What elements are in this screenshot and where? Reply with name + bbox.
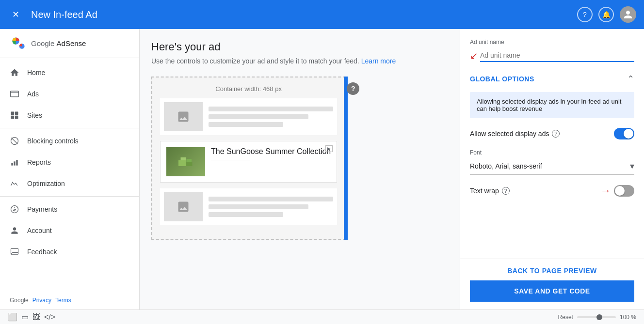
sidebar-footer: Google Privacy Terms <box>0 291 139 309</box>
ad-card-image-inner <box>166 147 205 176</box>
svg-rect-6 <box>15 116 18 119</box>
header-title: New In-feed Ad <box>31 9 577 20</box>
allow-display-ads-label: Allow selected display ads ? <box>470 130 560 138</box>
feed-line <box>209 197 333 201</box>
ad-badge: ▶ <box>325 145 333 152</box>
preview-width-slider[interactable] <box>344 77 348 240</box>
feed-placeholder-image-2 <box>164 192 203 221</box>
text-wrap-row: Text wrap ? → <box>470 185 634 197</box>
zoom-slider[interactable] <box>577 316 616 318</box>
right-panel: Ad unit name ↙ GLOBAL OPTIONS ⌃ Allowing… <box>460 29 644 309</box>
svg-rect-14 <box>178 160 186 166</box>
allow-display-ads-help[interactable]: ? <box>552 130 560 138</box>
sidebar-item-optimization[interactable]: Optimization <box>0 173 139 194</box>
global-options-collapse-button[interactable]: ⌃ <box>627 74 634 84</box>
reset-label[interactable]: Reset <box>558 314 573 321</box>
sidebar-logo: Google AdSense <box>0 29 139 58</box>
status-icon-4[interactable]: </> <box>44 313 55 322</box>
home-icon <box>10 68 19 77</box>
feed-placeholder-image-1 <box>164 102 203 131</box>
global-options-title: GLOBAL OPTIONS <box>470 75 534 83</box>
sidebar-item-sites[interactable]: Sites <box>0 105 139 126</box>
svg-rect-15 <box>181 157 186 160</box>
font-label: Font <box>470 149 634 156</box>
status-icon-1[interactable]: ⬜ <box>8 312 17 322</box>
feed-lines-1 <box>209 102 333 131</box>
sidebar-item-ads[interactable]: Ads <box>0 83 139 105</box>
feed-line <box>209 107 333 111</box>
ad-card: The SunGoose Summer Collection ▶ <box>160 141 337 183</box>
section-title: Here's your ad <box>151 41 448 53</box>
feed-item-2 <box>160 188 337 225</box>
logo-text: Google AdSense <box>31 39 86 47</box>
font-value: Roboto, Arial, sans-serif <box>470 162 542 170</box>
sidebar-item-reports[interactable]: Reports <box>0 152 139 173</box>
info-box: Allowing selected display ads in your In… <box>470 92 634 118</box>
svg-rect-3 <box>11 112 15 115</box>
font-section: Font Roboto, Arial, sans-serif ▾ <box>470 149 634 175</box>
ads-icon <box>10 89 19 99</box>
ad-preview-section: Here's your ad Use the controls to custo… <box>140 29 460 309</box>
ad-card-text: The SunGoose Summer Collection <box>211 147 331 176</box>
text-wrap-toggle[interactable] <box>614 185 634 197</box>
ad-card-title: The SunGoose Summer Collection <box>211 147 331 156</box>
learn-more-link[interactable]: Learn more <box>361 57 396 65</box>
sidebar-item-feedback[interactable]: Feedback <box>0 241 139 262</box>
feed-line <box>209 122 283 127</box>
svg-rect-2 <box>11 91 19 97</box>
toggle-thumb <box>624 129 633 139</box>
payments-icon <box>10 204 19 214</box>
reports-icon <box>10 157 19 167</box>
red-arrow-down: ↙ <box>470 50 478 62</box>
main-layout: Google AdSense Home Ads <box>0 29 644 309</box>
zoom-level: 100 % <box>620 314 636 321</box>
font-select-dropdown[interactable]: Roboto, Arial, sans-serif ▾ <box>470 158 634 175</box>
svg-rect-17 <box>187 159 192 162</box>
sites-icon <box>10 110 19 120</box>
global-options-header: GLOBAL OPTIONS ⌃ <box>470 74 634 84</box>
ad-card-image <box>166 147 205 176</box>
font-dropdown-arrow: ▾ <box>630 161 634 171</box>
right-panel-content: Ad unit name ↙ GLOBAL OPTIONS ⌃ Allowing… <box>460 29 644 259</box>
feed-line <box>209 212 283 217</box>
back-to-preview-button[interactable]: BACK TO PAGE PREVIEW <box>507 267 597 275</box>
svg-rect-11 <box>16 160 17 166</box>
ad-unit-name-label: Ad unit name <box>470 39 504 46</box>
ad-unit-label-row: Ad unit name <box>470 39 634 47</box>
sidebar-item-home[interactable]: Home <box>0 62 139 83</box>
svg-rect-4 <box>15 112 18 115</box>
ad-preview-wrapper: Container width: 468 px <box>151 77 346 240</box>
preview-help-bubble[interactable]: ? <box>347 82 359 95</box>
feedback-icon <box>10 247 19 257</box>
ad-unit-name-input[interactable] <box>480 49 634 62</box>
status-bar: ⬜ ▭ 🖼 </> Reset 100 % <box>0 309 644 324</box>
svg-rect-10 <box>14 161 15 165</box>
section-subtitle: Use the controls to customize your ad an… <box>151 57 448 65</box>
close-button[interactable]: ✕ <box>8 7 23 22</box>
text-wrap-label: Text wrap ? <box>470 187 510 195</box>
text-wrap-help[interactable]: ? <box>502 187 510 195</box>
zoom-control <box>577 316 616 318</box>
sidebar-item-blocking-controls[interactable]: Blocking controls <box>0 130 139 152</box>
terms-link[interactable]: Terms <box>55 297 71 304</box>
privacy-link[interactable]: Privacy <box>32 297 51 304</box>
sidebar-item-account[interactable]: Account <box>0 220 139 241</box>
header-actions: ? 🔔 <box>577 6 636 23</box>
feed-lines-2 <box>209 192 333 221</box>
top-header: ✕ New In-feed Ad ? 🔔 <box>0 0 644 29</box>
zoom-thumb <box>596 314 602 320</box>
sidebar-item-payments[interactable]: Payments <box>0 199 139 220</box>
toggle-thumb <box>615 186 625 196</box>
avatar[interactable] <box>620 6 636 23</box>
status-icon-2[interactable]: ▭ <box>21 312 29 322</box>
help-icon[interactable]: ? <box>577 7 593 22</box>
svg-line-8 <box>12 138 18 144</box>
google-logo-icon <box>10 35 27 52</box>
ad-container: Container width: 468 px <box>151 77 346 240</box>
allow-display-ads-toggle[interactable] <box>614 128 634 139</box>
sidebar-nav: Home Ads Sites Bloc <box>0 58 139 291</box>
save-and-get-code-button[interactable]: SAVE AND GET CODE <box>470 280 634 302</box>
svg-rect-5 <box>11 116 15 119</box>
status-icon-3[interactable]: 🖼 <box>32 313 40 322</box>
notifications-icon[interactable]: 🔔 <box>598 7 614 22</box>
